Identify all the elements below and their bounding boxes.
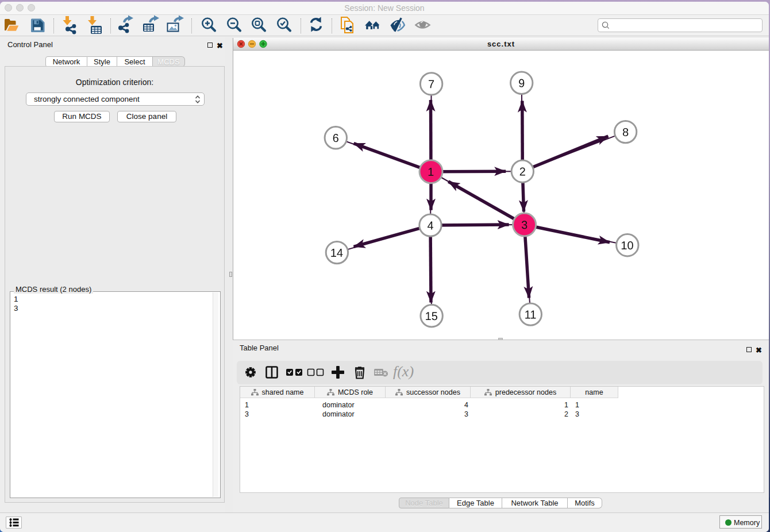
svg-text:f(x): f(x) [393,363,414,380]
